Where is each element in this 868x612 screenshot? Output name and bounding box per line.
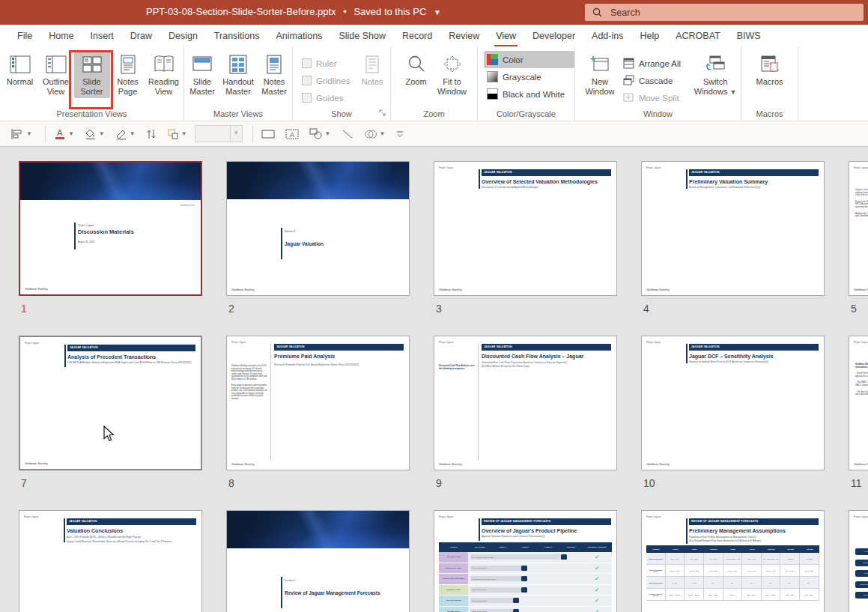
slide-thumbnail-1[interactable]: Confidential Draft Project Jaguar Discus… xyxy=(19,161,202,296)
slide-thumbnail-16[interactable]: Project Jaguar REVIEW OF JAGUAR MANAGEME… xyxy=(641,510,825,612)
outline-view-button[interactable]: Outline View xyxy=(38,50,74,98)
notes-page-button[interactable]: Notes Page xyxy=(110,50,146,98)
assumptions-row: Generics Entrance FY 28 FY 28 N/A N/A N/… xyxy=(646,577,819,589)
color-button[interactable]: Color xyxy=(484,51,574,68)
slide-thumbnail-11[interactable]: Project Jaguar Goldman Stanley evaluated… xyxy=(849,336,868,470)
slide-date: August 31, 2025 xyxy=(78,240,94,243)
slide-thumbnail-15[interactable]: Project Jaguar REVIEW OF JAGUAR MANAGEME… xyxy=(434,510,617,612)
switch-windows-button[interactable]: Switch Windows▼ xyxy=(690,50,741,106)
slide-thumbnail-9[interactable]: Project Jaguar Discounted Cash Flow Anal… xyxy=(434,336,617,470)
project-tag: Project Jaguar xyxy=(439,166,453,169)
slide-title: Jaguar DCF – Sensitivity Analysis xyxy=(689,354,819,359)
tab-add-ins[interactable]: Add-ins xyxy=(583,26,631,46)
tab-animations[interactable]: Animations xyxy=(268,26,331,46)
slide-sorter-icon xyxy=(75,52,109,77)
text-box-button[interactable]: A xyxy=(282,127,302,142)
slide-bullet-list: – Given the differences in valuation str… xyxy=(855,372,868,396)
rectangle-shape-button[interactable] xyxy=(258,127,278,142)
slide-title: Jaguar Valuation xyxy=(285,241,324,246)
slide-title: Analysis of Precedent Transactions xyxy=(67,354,195,360)
handout-master-label: Handout Master xyxy=(222,77,254,96)
tab-record[interactable]: Record xyxy=(394,26,440,46)
shapes-gallery-button[interactable]: ▼ xyxy=(306,126,334,142)
slide-title: Premiums Paid Analysis xyxy=(274,354,404,359)
toolbar-overflow-button[interactable] xyxy=(392,127,407,141)
slide-subtitle: A 40 – 50% Premium ($170 – $200) is Poss… xyxy=(67,536,196,539)
zoom-button[interactable]: Zoom xyxy=(398,50,434,98)
shape-fill-button[interactable]: ▼ xyxy=(82,126,108,142)
normal-view-button[interactable]: Normal xyxy=(2,50,38,98)
save-status-chevron-icon[interactable]: ▼ xyxy=(434,8,441,16)
slide-thumbnail-3[interactable]: Project Jaguar JAGUAR VALUATION Overview… xyxy=(434,161,617,296)
slide-sorter-canvas[interactable]: Confidential Draft Project Jaguar Discus… xyxy=(0,147,868,612)
accent-rule xyxy=(479,169,480,189)
tab-acrobat[interactable]: ACROBAT xyxy=(667,26,729,46)
handout-master-button[interactable]: Handout Master xyxy=(220,50,256,98)
tab-transitions[interactable]: Transitions xyxy=(206,26,268,46)
black-and-white-button[interactable]: Black and White xyxy=(484,85,574,103)
new-window-button[interactable]: New Window xyxy=(580,50,620,106)
slide-thumbnail-13[interactable]: Project Jaguar JAGUAR VALUATION Valuatio… xyxy=(19,510,202,612)
slide-thumbnail-7[interactable]: Project Jaguar JAGUAR VALUATION Analysis… xyxy=(19,336,202,470)
tab-slide-show[interactable]: Slide Show xyxy=(330,26,394,46)
slide-thumbnail-14[interactable]: Section 2 Review of Jaguar Management Fo… xyxy=(226,510,410,612)
align-objects-button[interactable]: ▼ xyxy=(7,126,35,142)
search-box[interactable] xyxy=(585,4,864,21)
tab-view[interactable]: View xyxy=(488,26,524,46)
shape-outline-icon xyxy=(115,128,127,140)
notes-master-icon xyxy=(257,52,291,77)
slide-subtitle: LTM EBITDA Multiples Based on Biopharma … xyxy=(67,361,195,364)
tab-file[interactable]: File xyxy=(9,26,40,46)
text-box-icon: A xyxy=(285,129,299,139)
slide-title: Overview of Selected Valuation Methodolo… xyxy=(482,179,611,184)
group-master-views: Slide Master Handout Master Notes Master… xyxy=(184,46,293,121)
project-tag: Project Jaguar xyxy=(854,166,868,169)
shape-outline-button[interactable]: ▼ xyxy=(112,126,139,142)
menu-bar: File Home Insert Draw Design Transitions… xyxy=(0,25,868,46)
show-dialog-launcher-icon[interactable] xyxy=(379,109,388,118)
tab-help[interactable]: Help xyxy=(631,26,667,46)
tab-review[interactable]: Review xyxy=(440,26,488,46)
fit-to-window-button[interactable]: Fit to Window xyxy=(434,50,470,98)
merge-shapes-icon xyxy=(364,129,377,139)
line-shape-button[interactable] xyxy=(339,127,356,142)
arrange-shapes-button[interactable]: ▼ xyxy=(164,126,190,142)
slide-thumbnail-10[interactable]: Project Jaguar JAGUAR VALUATION Jaguar D… xyxy=(641,336,825,470)
grayscale-button[interactable]: Grayscale xyxy=(484,68,574,85)
reorder-size-button[interactable] xyxy=(143,126,160,142)
macros-button[interactable]: Macros xyxy=(748,50,792,88)
slide-thumbnail-2[interactable]: Section 3 Jaguar Valuation Goldman Stanl… xyxy=(226,161,410,296)
slide-thumbnail-17[interactable]: Project Jaguar XyremEpidiolexVyxeosPeak … xyxy=(849,510,868,612)
check-icon: ✓ xyxy=(583,585,612,596)
slide-sorter-button[interactable]: Slide Sorter xyxy=(74,50,110,98)
tab-home[interactable]: Home xyxy=(40,26,82,46)
title-bar: PPT-03-08-Section-Slide-Sorter-Before.pp… xyxy=(0,0,868,25)
slide-body-text: Goldman Stanley evaluated Jaguar based o… xyxy=(855,363,868,400)
accent-rule xyxy=(64,345,66,367)
tab-draw[interactable]: Draw xyxy=(122,26,160,46)
ruler-checkbox: Ruler xyxy=(299,55,353,72)
font-color-button[interactable]: A ▼ xyxy=(51,126,77,142)
slide-subtitle: Summary of Key Product Assumptions in Ma… xyxy=(689,536,819,539)
arrange-all-button[interactable]: Arrange All xyxy=(620,55,684,72)
tab-biws[interactable]: BIWS xyxy=(729,26,769,46)
slide-header-bar: JAGUAR VALUATION xyxy=(482,344,611,351)
color-label: Color xyxy=(503,55,523,64)
search-input[interactable] xyxy=(609,7,837,19)
new-window-icon xyxy=(580,52,619,77)
tab-developer[interactable]: Developer xyxy=(524,26,583,46)
notes-master-button[interactable]: Notes Master xyxy=(256,50,292,98)
merge-shapes-button[interactable]: ▼ xyxy=(361,127,389,142)
cascade-button[interactable]: Cascade xyxy=(620,72,684,89)
slide-footer: Goldman Stanley xyxy=(231,288,255,291)
slide-thumbnail-8[interactable]: Project Jaguar Goldman Stanley reviewed … xyxy=(226,336,410,470)
tab-insert[interactable]: Insert xyxy=(82,26,122,46)
reading-view-button[interactable]: Reading View xyxy=(146,50,182,98)
slide-thumbnail-5[interactable]: Project Jaguar Jaguar's attractive growt… xyxy=(849,161,868,296)
slide-master-button[interactable]: Slide Master xyxy=(184,50,220,98)
slide-title: Review of Jaguar Management Forecasts xyxy=(285,590,380,596)
slide-thumbnail-4[interactable]: Project Jaguar JAGUAR VALUATION Prelimin… xyxy=(641,161,825,296)
check-icon: ✓ xyxy=(583,552,612,563)
save-status: Saved to this PC xyxy=(353,6,426,17)
tab-design[interactable]: Design xyxy=(160,26,206,46)
